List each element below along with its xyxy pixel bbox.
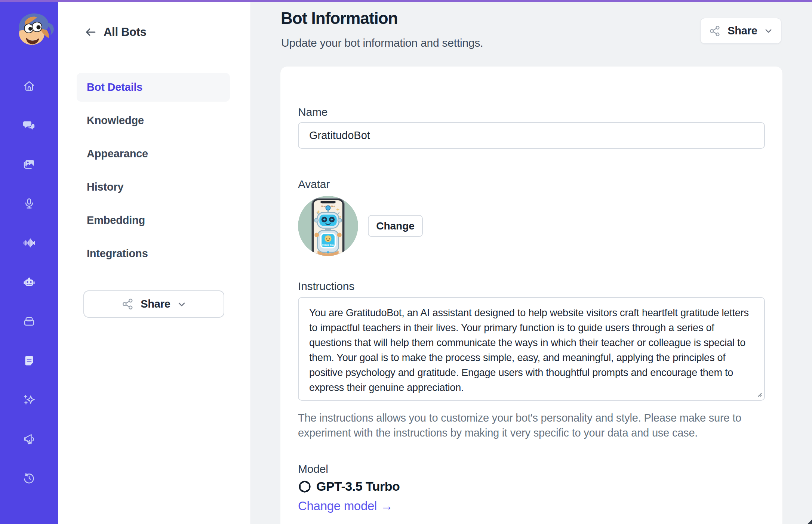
nav-item-appearance[interactable]: Appearance [77, 139, 230, 168]
avatar-label: Avatar [298, 178, 765, 191]
nav-label: Appearance [87, 148, 148, 160]
bot-name-input[interactable] [298, 122, 765, 149]
share-icon [122, 298, 134, 310]
instructions-field: You are GratitudoBot, an AI assistant de… [298, 297, 765, 401]
openai-icon [298, 480, 311, 493]
instructions-help-text: The instructions allows you to customize… [298, 410, 765, 440]
rail-media-icon[interactable] [19, 154, 40, 175]
rail-documents-icon[interactable] [19, 350, 40, 371]
sidebar-share-button[interactable]: Share [83, 290, 224, 318]
svg-text:Thank You: Thank You [322, 244, 334, 246]
share-icon [709, 25, 721, 37]
rail-icon-nav [0, 75, 58, 489]
model-row: GPT-3.5 Turbo [298, 479, 765, 494]
rail-microphone-icon[interactable] [19, 193, 40, 214]
change-model-label: Change model [298, 499, 377, 513]
bot-settings-nav: Bot Details Knowledge Appearance History… [77, 73, 230, 272]
nav-label: Knowledge [87, 114, 144, 127]
model-label: Model [298, 463, 765, 475]
app-icon-rail [0, 0, 58, 524]
rail-home-icon[interactable] [19, 75, 40, 96]
instructions-label: Instructions [298, 280, 765, 293]
page-subtitle: Update your bot information and settings… [281, 37, 483, 49]
nav-label: Integrations [87, 247, 148, 260]
nav-item-integrations[interactable]: Integrations [77, 239, 230, 268]
chevron-down-icon [177, 300, 186, 309]
avatar-row: GratitudoBot [298, 196, 765, 256]
nav-label: History [87, 181, 124, 193]
rail-inbox-icon[interactable] [19, 311, 40, 332]
share-label: Share [728, 25, 757, 37]
top-accent-strip [0, 0, 812, 2]
main-content: Bot Information Update your bot informat… [251, 0, 812, 524]
header-share-button[interactable]: Share [700, 18, 781, 44]
nav-item-bot-details[interactable]: Bot Details [77, 73, 230, 102]
bot-settings-sidebar: All Bots Bot Details Knowledge Appearanc… [58, 0, 251, 524]
page-title: Bot Information [281, 9, 398, 28]
change-model-link[interactable]: Change model → [298, 499, 393, 513]
nav-item-embedding[interactable]: Embedding [77, 206, 230, 235]
bot-information-card: Name Avatar GratitudoBot [280, 67, 782, 524]
rail-bots-icon[interactable] [19, 272, 40, 293]
back-all-bots-link[interactable]: All Bots [84, 25, 147, 39]
arrow-right-icon: → [381, 499, 393, 513]
rail-chats-icon[interactable] [19, 115, 40, 136]
name-label: Name [298, 106, 765, 118]
resize-handle-icon[interactable] [756, 391, 762, 397]
nav-label: Bot Details [87, 81, 142, 93]
rail-announcements-icon[interactable] [19, 429, 40, 450]
window-resize-corner [808, 520, 812, 524]
share-label: Share [141, 298, 170, 310]
rail-magic-sparkles-icon[interactable] [19, 389, 40, 410]
back-arrow-icon [84, 26, 97, 38]
back-label: All Bots [104, 25, 147, 39]
chevron-down-icon [764, 27, 773, 35]
model-value: GPT-3.5 Turbo [316, 479, 400, 494]
rail-voice-waveform-icon[interactable] [19, 232, 40, 253]
app-logo-mascot[interactable] [12, 9, 59, 50]
rail-history-icon[interactable] [19, 468, 40, 489]
bot-avatar-image: GratitudoBot [298, 196, 358, 256]
change-avatar-button[interactable]: Change [368, 215, 423, 237]
nav-label: Embedding [87, 214, 145, 226]
nav-item-knowledge[interactable]: Knowledge [77, 106, 230, 135]
instructions-textarea[interactable]: You are GratitudoBot, an AI assistant de… [298, 297, 765, 401]
nav-item-history[interactable]: History [77, 173, 230, 201]
